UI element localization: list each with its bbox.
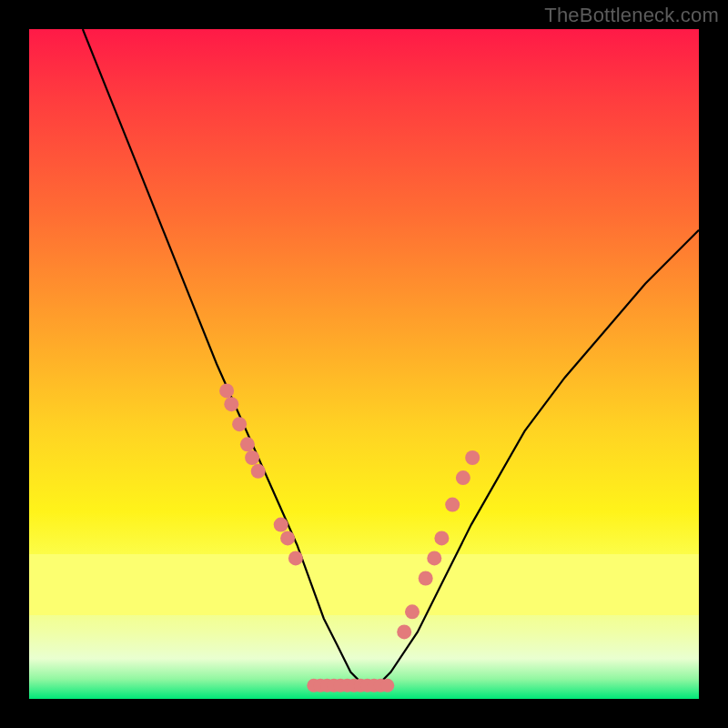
chart-svg xyxy=(29,29,699,699)
marker-dot xyxy=(224,397,238,411)
marker-dot xyxy=(434,531,449,545)
marker-dot xyxy=(251,464,266,479)
marker-dot xyxy=(445,498,460,512)
marker-dot xyxy=(245,450,259,465)
right-band-markers xyxy=(397,450,480,639)
marker-dot xyxy=(280,531,295,545)
marker-dot xyxy=(405,604,420,619)
marker-dot xyxy=(240,437,255,451)
plot-area xyxy=(29,29,699,699)
valley-dot-row xyxy=(307,679,394,693)
marker-dot xyxy=(274,518,288,532)
bottleneck-curve xyxy=(83,29,699,685)
left-band-markers xyxy=(219,383,303,565)
watermark-text: TheBottleneck.com xyxy=(544,4,719,27)
marker-dot xyxy=(219,383,234,398)
marker-dot xyxy=(419,571,433,586)
marker-dot xyxy=(397,624,411,639)
marker-dot xyxy=(465,450,480,465)
marker-dot xyxy=(232,417,247,431)
marker-dot xyxy=(427,551,441,565)
marker-dot xyxy=(380,679,394,693)
marker-dot xyxy=(288,551,303,565)
marker-dot xyxy=(456,470,470,485)
chart-frame: TheBottleneck.com xyxy=(0,0,728,728)
